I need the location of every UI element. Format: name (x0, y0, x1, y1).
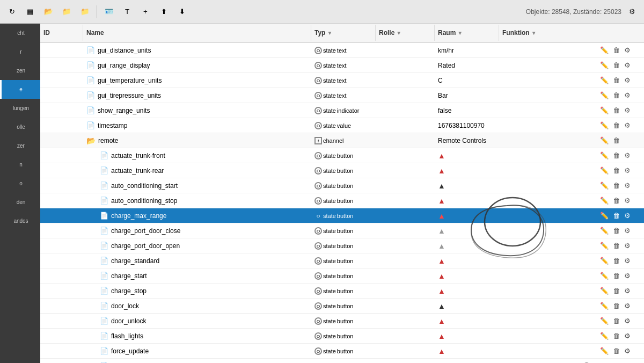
table-row[interactable]: 📄 charge_stop O state button ▲ (40, 284, 644, 299)
edit-icon[interactable]: ✏️ (599, 166, 610, 175)
table-row[interactable]: 📄 auto_conditioning_start O state button… (40, 178, 644, 193)
edit-icon[interactable]: ✏️ (599, 331, 610, 340)
delete-icon[interactable]: 🗑 (612, 226, 621, 235)
settings-row-icon[interactable]: ⚙ (623, 106, 632, 115)
settings-row-icon[interactable]: ⚙ (623, 166, 632, 175)
sidebar-item-n[interactable]: n (0, 155, 40, 174)
table-row[interactable]: 📄 force_update O state button ▲ (40, 344, 644, 359)
table-row[interactable]: 📄 door_unlock O state button ▲ (40, 314, 644, 329)
table-row[interactable]: 📄 show_range_units O state indicator fal… (40, 103, 644, 118)
edit-icon[interactable]: ✏️ (599, 241, 610, 250)
folder-color-button[interactable]: 📁 (59, 4, 74, 19)
sidebar-item-andos[interactable]: andos (0, 212, 40, 230)
raum-filter-icon[interactable]: ▼ (457, 30, 463, 36)
folder-blue-button[interactable]: 📁 (77, 4, 92, 19)
sidebar-item-o[interactable]: o (0, 174, 40, 193)
table-row[interactable]: 📄 flash_lights O state button ▲ (40, 329, 644, 344)
sidebar-item-active[interactable]: e (0, 80, 40, 99)
settings-row-icon[interactable]: ⚙ (623, 151, 632, 160)
delete-icon[interactable]: 🗑 (612, 196, 621, 205)
edit-icon[interactable]: ✏️ (599, 76, 610, 85)
table-row[interactable]: 📄 charge_standard O state button ▲ (40, 253, 644, 268)
delete-icon[interactable]: 🗑 (612, 181, 621, 190)
delete-icon[interactable]: 🗑 (612, 151, 621, 160)
table-row-selected[interactable]: 📄 charge_max_range O state button ▲ (40, 208, 644, 223)
sidebar-item-olle[interactable]: olle (0, 118, 40, 136)
settings-row-icon[interactable]: ⚙ (623, 226, 632, 235)
table-row[interactable]: 📄 O (40, 359, 644, 363)
table-row[interactable]: 📄 auto_conditioning_stop O state button … (40, 193, 644, 208)
edit-icon[interactable]: ✏️ (599, 181, 610, 190)
delete-icon[interactable]: 🗑 (612, 61, 621, 70)
add-button[interactable]: + (138, 4, 153, 19)
settings-row-icon[interactable]: ⚙ (623, 211, 632, 220)
settings-row-icon[interactable]: ⚙ (623, 301, 632, 310)
table-row[interactable]: 📄 charge_port_door_close O state button … (40, 223, 644, 238)
table-row-folder[interactable]: 📂 remote f channel Remote Controls ✏️ (40, 133, 644, 148)
delete-icon[interactable]: 🗑 (612, 316, 621, 325)
table-row[interactable]: 📄 gui_temperature_units O state text C ✏… (40, 73, 644, 88)
edit-icon[interactable]: ✏️ (599, 121, 610, 130)
delete-icon[interactable]: 🗑 (612, 241, 621, 250)
settings-row-icon[interactable]: ⚙ (623, 46, 632, 55)
sidebar-item-lungen[interactable]: lungen (0, 99, 40, 118)
delete-icon[interactable]: 🗑 (612, 76, 621, 85)
delete-icon[interactable]: 🗑 (612, 301, 621, 310)
settings-row-icon[interactable]: ⚙ (623, 331, 632, 340)
delete-icon[interactable]: 🗑 (612, 271, 621, 280)
settings-row-icon[interactable]: ⚙ (623, 271, 632, 280)
table-row[interactable]: 📄 gui_distance_units O state text km/hr … (40, 43, 644, 58)
edit-icon[interactable]: ✏️ (599, 61, 610, 70)
sidebar-item-zen[interactable]: zen (0, 61, 40, 80)
edit-icon[interactable]: ✏️ (599, 106, 610, 115)
edit-icon[interactable]: ✏️ (599, 271, 610, 280)
settings-row-icon[interactable]: ⚙ (623, 61, 632, 70)
edit-icon[interactable]: ✏️ (599, 226, 610, 235)
table-row[interactable]: 📄 charge_start O state button ▲ (40, 268, 644, 284)
edit-icon[interactable]: ✏️ (599, 151, 610, 160)
settings-button[interactable]: ⚙ (625, 4, 640, 19)
sidebar-item-zer[interactable]: zer (0, 136, 40, 155)
edit-icon[interactable]: ✏️ (599, 286, 610, 295)
sidebar-item-r[interactable]: r (0, 42, 40, 61)
table-row[interactable]: 📄 timestamp O state value 1676381100970 … (40, 118, 644, 133)
delete-icon[interactable]: 🗑 (612, 331, 621, 340)
typ-filter-icon[interactable]: ▼ (327, 30, 332, 36)
table-row[interactable]: 📄 gui_tirepressure_units O state text Ba… (40, 88, 644, 103)
settings-row-icon[interactable]: ⚙ (623, 286, 632, 295)
table-row[interactable]: 📄 gui_range_display O state text Rated ✏… (40, 58, 644, 73)
settings-row-icon[interactable]: ⚙ (623, 316, 632, 325)
delete-icon[interactable]: 🗑 (612, 346, 621, 355)
table-row[interactable]: 📄 door_lock O state button ▲ (40, 299, 644, 314)
dashboard-button[interactable]: ▦ (23, 4, 38, 19)
edit-icon[interactable]: ✏️ (599, 211, 610, 220)
download-button[interactable]: ⬇ (174, 4, 189, 19)
sidebar-item-cht[interactable]: cht (0, 24, 40, 42)
refresh-button[interactable]: ↻ (4, 4, 19, 19)
table-row[interactable]: 📄 charge_port_door_open O state button ▲ (40, 238, 644, 253)
delete-icon[interactable]: 🗑 (612, 121, 621, 130)
upload-button[interactable]: ⬆ (156, 4, 171, 19)
delete-icon[interactable]: 🗑 (612, 166, 621, 175)
edit-icon[interactable]: ✏️ (599, 316, 610, 325)
edit-icon[interactable]: ✏️ (599, 301, 610, 310)
table-row[interactable]: 📄 actuate_trunk-front O state button ▲ (40, 148, 644, 163)
settings-row-icon[interactable]: ⚙ (623, 121, 632, 130)
folder-open-button[interactable]: 📂 (41, 4, 56, 19)
settings-row-icon[interactable]: ⚙ (623, 76, 632, 85)
delete-icon[interactable]: 🗑 (612, 211, 621, 220)
table-row[interactable]: 📄 actuate_trunk-rear O state button ▲ (40, 163, 644, 178)
settings-row-icon[interactable]: ⚙ (623, 241, 632, 250)
sidebar-item-den[interactable]: den (0, 193, 40, 212)
edit-icon[interactable]: ✏️ (599, 256, 610, 265)
delete-icon[interactable]: 🗑 (612, 46, 621, 55)
rolle-filter-icon[interactable]: ▼ (396, 30, 401, 36)
delete-icon[interactable]: 🗑 (612, 136, 621, 145)
delete-icon[interactable]: 🗑 (612, 106, 621, 115)
edit-icon[interactable]: ✏️ (599, 346, 610, 355)
delete-icon[interactable]: 🗑 (612, 286, 621, 295)
settings-row-icon[interactable]: ⚙ (623, 346, 632, 355)
text-button[interactable]: T (120, 4, 135, 19)
edit-icon[interactable]: ✏️ (599, 46, 610, 55)
settings-row-icon[interactable]: ⚙ (623, 181, 632, 190)
